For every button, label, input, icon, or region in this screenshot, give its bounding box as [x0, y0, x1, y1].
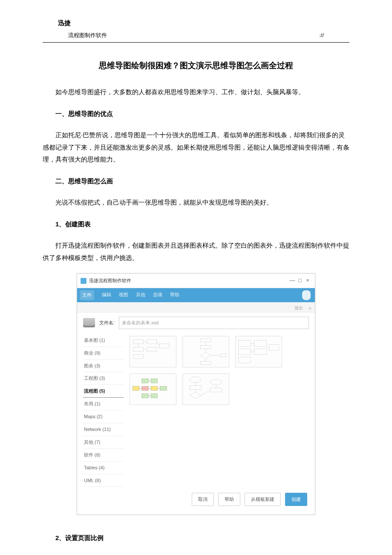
- svg-rect-22: [254, 340, 266, 346]
- svg-rect-34: [151, 393, 158, 398]
- step-2-heading: 2、设置页面比例: [43, 532, 349, 544]
- new-from-template-button[interactable]: 从模板新建: [245, 493, 281, 506]
- category-item[interactable]: 布局 (1): [83, 398, 124, 410]
- svg-rect-30: [142, 386, 149, 390]
- svg-rect-12: [200, 345, 211, 349]
- svg-rect-42: [190, 385, 201, 390]
- template-thumbnail[interactable]: [182, 336, 229, 367]
- menu-edit[interactable]: 编辑: [102, 290, 111, 300]
- help-button[interactable]: 帮助: [218, 493, 240, 506]
- svg-rect-29: [142, 379, 149, 383]
- template-thumbnail[interactable]: [130, 373, 176, 405]
- template-grid: [130, 334, 309, 487]
- section-2-heading: 二、思维导图怎么画: [43, 175, 349, 188]
- svg-rect-20: [238, 349, 251, 355]
- category-item[interactable]: Maps (2): [83, 410, 124, 423]
- app-logo-icon: [81, 278, 86, 284]
- svg-point-41: [190, 377, 201, 383]
- secondary-bar: 登出 ×: [77, 302, 315, 312]
- logout-label[interactable]: 登出: [294, 304, 303, 312]
- header-subline: 流程图制作软件 ://: [43, 30, 349, 43]
- svg-rect-16: [200, 361, 211, 364]
- category-item[interactable]: Network (11): [83, 423, 124, 436]
- svg-rect-19: [238, 340, 251, 346]
- svg-rect-32: [151, 379, 158, 383]
- file-name-row: 文件名: 未命名的表单.xsd: [83, 317, 309, 329]
- header-subtitle-right: ://: [319, 30, 324, 41]
- svg-rect-10: [200, 339, 211, 342]
- titlebar: 迅捷流程图制作软件 — □ ×: [77, 274, 315, 288]
- svg-rect-33: [151, 386, 158, 390]
- svg-rect-21: [238, 357, 251, 363]
- template-thumbnail[interactable]: [182, 373, 229, 405]
- svg-rect-23: [254, 349, 266, 355]
- svg-rect-24: [269, 344, 279, 350]
- menu-help[interactable]: 帮助: [170, 290, 179, 300]
- category-item[interactable]: 软件 (8): [83, 449, 124, 462]
- menubar-pill[interactable]: [302, 290, 311, 300]
- svg-marker-43: [190, 392, 201, 399]
- file-name-input[interactable]: 未命名的表单.xsd: [119, 317, 309, 329]
- cancel-button[interactable]: 取消: [192, 493, 214, 506]
- article-title: 思维导图绘制很困难？图文演示思维导图怎么画全过程: [43, 58, 349, 73]
- svg-marker-14: [200, 352, 211, 359]
- svg-rect-35: [160, 386, 167, 390]
- dialog-footer: 取消 帮助 从模板新建 创建: [83, 487, 309, 508]
- template-thumbnail[interactable]: [235, 336, 282, 367]
- category-item[interactable]: 其他 (7): [83, 436, 124, 449]
- menu-options[interactable]: 选项: [153, 290, 162, 300]
- svg-rect-2: [133, 347, 143, 351]
- maximize-button[interactable]: □: [296, 275, 304, 286]
- svg-rect-0: [133, 340, 143, 344]
- section-1-body: 正如托尼·巴赞所说，思维导图是一个十分强大的思维工具。看似简单的图形和线条，却将…: [43, 129, 349, 166]
- template-thumbnail[interactable]: [130, 336, 176, 367]
- create-button[interactable]: 创建: [285, 493, 307, 506]
- window-title: 迅捷流程图制作软件: [89, 276, 288, 285]
- category-item[interactable]: UML (8): [83, 474, 124, 487]
- step-1-heading: 1、创建图表: [43, 218, 349, 231]
- svg-rect-1: [147, 340, 156, 344]
- section-1-heading: 一、思维导图的优点: [43, 108, 349, 120]
- menu-other[interactable]: 其他: [136, 290, 145, 300]
- svg-rect-3: [147, 347, 156, 351]
- section-2-body: 光说不练假把式，自己动手画一张思维导图，就能从中发现思维导图的美好。: [43, 197, 349, 209]
- disk-icon: [83, 318, 95, 327]
- svg-point-44: [210, 379, 222, 385]
- file-name-label: 文件名:: [99, 318, 115, 327]
- category-list: 基本图 (1) 商业 (9) 图表 (3) 工程图 (3) 流程图 (5) 布局…: [83, 334, 124, 487]
- svg-line-8: [157, 341, 159, 346]
- svg-line-48: [201, 390, 210, 396]
- minimize-button[interactable]: —: [288, 275, 296, 286]
- svg-rect-28: [133, 386, 139, 390]
- svg-rect-45: [210, 388, 222, 392]
- category-item[interactable]: Tables (4): [83, 462, 124, 474]
- category-item[interactable]: 商业 (9): [83, 347, 124, 360]
- svg-rect-5: [159, 344, 169, 348]
- header-subtitle-left: 流程图制作软件: [68, 30, 107, 41]
- category-item[interactable]: 基本图 (1): [83, 334, 124, 347]
- category-item-selected[interactable]: 流程图 (5): [83, 385, 124, 398]
- category-item[interactable]: 图表 (3): [83, 360, 124, 373]
- menubar: 文件 编辑 视图 其他 选项 帮助: [77, 288, 315, 302]
- svg-rect-4: [133, 355, 143, 359]
- menu-view[interactable]: 视图: [119, 290, 128, 300]
- category-item[interactable]: 工程图 (3): [83, 372, 124, 385]
- header-brand: 迅捷: [43, 17, 349, 29]
- menu-file[interactable]: 文件: [80, 290, 94, 300]
- intro-paragraph: 如今思维导图盛行，大多数的人都喜欢用思维导图来学习、工作、做计划、头脑风暴等。: [43, 86, 349, 98]
- svg-rect-18: [220, 354, 226, 357]
- step-1-body: 打开迅捷流程图制作软件，创建新图表并且选择图表样式。除了空白的图表外，迅捷流程图…: [43, 240, 349, 264]
- panel-close-icon[interactable]: ×: [309, 304, 311, 313]
- svg-rect-31: [142, 393, 149, 398]
- app-screenshot: 迅捷流程图制作软件 — □ × 文件 编辑 视图 其他 选项 帮助 登出 × 文…: [77, 273, 315, 515]
- close-button[interactable]: ×: [304, 275, 311, 286]
